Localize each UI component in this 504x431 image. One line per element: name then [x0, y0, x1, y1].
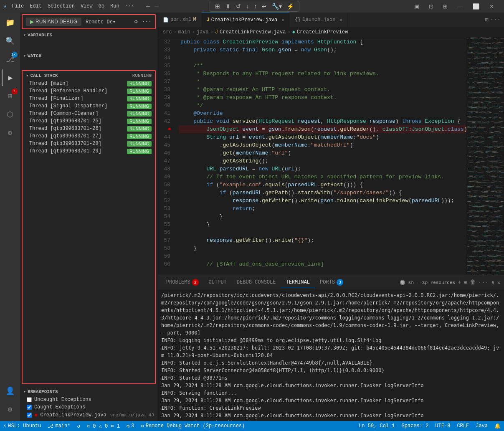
status-spaces[interactable]: Spaces: 2 — [398, 423, 432, 429]
status-notifications[interactable]: 🔔 — [491, 423, 504, 429]
breakpoint-item[interactable]: Caught Exceptions — [20, 403, 157, 411]
breadcrumb-src[interactable]: src — [163, 29, 172, 35]
breakpoints-header[interactable]: ▾ BREAKPOINTS — [20, 388, 157, 396]
gear-icon[interactable]: ⚙ — [134, 18, 138, 25]
status-errors[interactable]: ⊘ 0 △ 0 ⊗ 1 — [84, 423, 123, 429]
tab-terminal[interactable]: TERMINAL — [281, 277, 315, 288]
menu-go[interactable]: Go — [96, 3, 107, 10]
window-minimize[interactable]: — — [454, 3, 466, 10]
breakpoint-checkbox[interactable] — [27, 405, 32, 410]
call-stack-item[interactable]: Thread [Signal Dispatcher] RUNNING — [23, 102, 155, 110]
debug-config-name[interactable]: Remote De▾ — [86, 19, 116, 25]
menu-more[interactable]: ··· — [123, 3, 137, 10]
status-branch[interactable]: ⎇ main* — [44, 423, 73, 429]
debug-restart-btn[interactable]: ↺ — [234, 2, 243, 10]
breakpoint-checkbox[interactable] — [27, 413, 32, 418]
breakpoint-checkbox[interactable] — [27, 397, 32, 402]
call-stack-item[interactable]: Thread [qtp399683701-29] RUNNING — [23, 147, 155, 155]
split-editor-icon[interactable]: ⊞ — [485, 16, 488, 23]
menu-selection[interactable]: Selection — [45, 3, 77, 10]
tab-json-close[interactable]: ✕ — [340, 17, 343, 23]
status-position[interactable]: Ln 59, Col 1 — [355, 423, 398, 429]
watch-header[interactable]: ▾ WATCH — [20, 52, 157, 60]
debug-lightning-btn[interactable]: ⚡ — [285, 2, 296, 10]
tab-pom-label: pom.xml — [170, 17, 191, 23]
panel-more-icon[interactable]: ··· — [478, 279, 489, 286]
activity-remote[interactable]: ⊙ — [2, 124, 18, 141]
menu-run[interactable]: Run — [108, 3, 122, 10]
menu-edit[interactable]: Edit — [27, 3, 44, 10]
code-editor[interactable]: 323334353637383940414243●444546474849505… — [158, 37, 504, 275]
panel-close-icon[interactable]: ✕ — [497, 279, 501, 286]
tab-java-icon: J — [207, 17, 210, 23]
debug-settings-btn[interactable]: 🔧▾ — [270, 2, 284, 10]
variables-header[interactable]: ▾ VARIABLES — [20, 31, 157, 39]
window-maximize[interactable]: ⬜ — [469, 3, 483, 10]
status-wsl[interactable]: ⚡ WSL: Ubuntu — [0, 423, 44, 429]
call-stack-item[interactable]: Thread [qtp399683701-25] RUNNING — [23, 117, 155, 125]
panel-up-icon[interactable]: ∧ — [491, 279, 494, 286]
debug-back-btn[interactable]: ↩ — [260, 2, 268, 10]
tab-problems[interactable]: PROBLEMS 1 — [161, 276, 204, 288]
breadcrumb-java[interactable]: java — [197, 29, 209, 35]
breakpoint-item[interactable]: Uncaught Exceptions — [20, 396, 157, 403]
tab-pom-xml[interactable]: 📄 pom.xml M — [158, 13, 202, 27]
line-number: 59 — [158, 252, 174, 260]
code-line: /** — [179, 62, 466, 70]
debug-step-over-btn[interactable]: ↓ — [244, 2, 251, 10]
activity-source-control[interactable]: ⎇ 1k+ — [2, 51, 18, 68]
activity-extensions[interactable]: ⊞ 1 — [2, 88, 18, 104]
tab-create-link-preview[interactable]: J CreateLinkPreview.java ✕ — [202, 13, 290, 27]
breadcrumb-file[interactable]: CreateLinkPreview.java — [220, 29, 286, 35]
nav-back[interactable]: ← — [145, 3, 152, 10]
window-btn-layout1[interactable]: ▣ — [411, 3, 423, 10]
tab-ports[interactable]: PORTS 3 — [315, 276, 348, 288]
call-stack-item[interactable]: Thread [qtp399683701-27] RUNNING — [23, 132, 155, 140]
status-eol[interactable]: CRLF — [453, 423, 472, 429]
activity-settings[interactable]: ⚙ — [2, 401, 18, 418]
activity-run-debug[interactable]: ▶ — [2, 69, 18, 86]
more-tabs-icon[interactable]: ··· — [490, 16, 501, 23]
terminal-line: INFO: Function: CreateLinkPreview — [161, 404, 501, 412]
call-stack-item[interactable]: Thread [Common-Cleaner] RUNNING — [23, 110, 155, 117]
status-language[interactable]: Java — [472, 423, 491, 429]
menu-file[interactable]: File — [9, 3, 26, 10]
window-btn-layout2[interactable]: ⊡ — [425, 3, 437, 10]
nav-forward[interactable]: → — [153, 3, 160, 10]
window-btn-layout3[interactable]: ⊞ — [440, 3, 451, 10]
debug-step-out-btn[interactable]: ↑ — [252, 2, 258, 10]
more-icon[interactable]: ··· — [142, 19, 152, 25]
activity-testing[interactable]: ⬡ — [2, 106, 18, 123]
terminal-content[interactable]: /pierrick/.m2/repository/io/cloudevents/… — [158, 290, 504, 421]
split-terminal-icon[interactable]: ⊞ — [463, 279, 467, 286]
debug-grid-btn[interactable]: ⊞ — [213, 2, 222, 10]
activity-search[interactable]: 🔍 — [2, 33, 18, 49]
call-stack-item[interactable]: Thread [qtp399683701-26] RUNNING — [23, 125, 155, 132]
tab-output[interactable]: OUTPUT — [204, 277, 232, 288]
activity-explorer[interactable]: 📁 — [2, 14, 18, 31]
tab-launch-json[interactable]: {} launch.json ✕ — [290, 13, 348, 27]
breadcrumb-main[interactable]: main — [178, 29, 190, 35]
status-sync[interactable]: ↺ — [73, 423, 83, 429]
call-stack-item[interactable]: Thread [Reference Handler] RUNNING — [23, 87, 155, 95]
menu-view[interactable]: View — [78, 3, 95, 10]
call-stack-item[interactable]: Thread [Finalizer] RUNNING — [23, 95, 155, 102]
status-encoding[interactable]: UTF-8 — [432, 423, 453, 429]
variables-content — [20, 39, 157, 52]
tab-java-close[interactable]: ✕ — [281, 17, 284, 23]
running-badge: RUNNING — [127, 149, 152, 154]
breakpoint-item[interactable]: ● CreateLinkPreview.java src/main/java 4… — [20, 411, 157, 419]
debug-pause-btn[interactable]: ⏸ — [223, 2, 233, 10]
run-and-debug-button[interactable]: ▶ RUN AND DEBUG — [26, 18, 81, 26]
status-remote-debug[interactable]: ⊙ Remote Debug Watch (3p-resources) — [137, 423, 248, 429]
call-stack-item[interactable]: Thread [main] RUNNING — [23, 80, 155, 87]
breadcrumb-class[interactable]: CreateLinkPreview — [297, 29, 348, 35]
add-terminal-icon[interactable]: + — [458, 279, 461, 286]
tab-debug-console[interactable]: DEBUG CONSOLE — [232, 277, 281, 288]
status-ext-count[interactable]: ⚙ 3 — [123, 423, 137, 429]
call-stack-item[interactable]: Thread [qtp399683701-28] RUNNING — [23, 140, 155, 147]
window-close[interactable]: ✕ — [486, 3, 497, 10]
trash-icon[interactable]: 🗑 — [470, 279, 476, 286]
call-stack-header[interactable]: ▾ CALL STACK Running — [23, 71, 155, 80]
activity-account[interactable]: 👤 — [2, 383, 18, 399]
